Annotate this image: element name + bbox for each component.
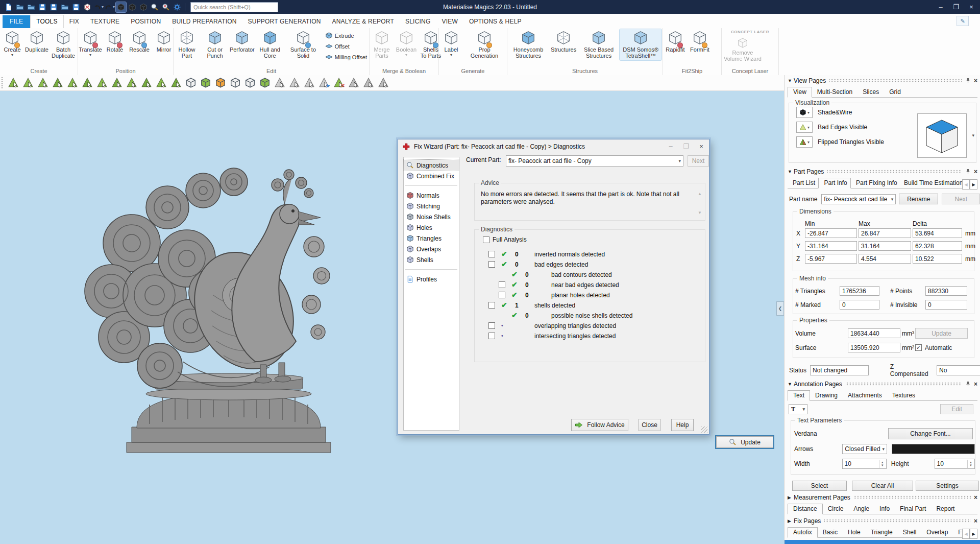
view-pages-tab[interactable]: Grid [884, 87, 906, 97]
part-pages-tab[interactable]: Part Info [818, 178, 851, 188]
scroll-up-icon[interactable]: ▲ [698, 192, 702, 196]
visualization-mode-dropdown[interactable]: ▾ [796, 122, 813, 133]
annotation-pages-tab[interactable]: Textures [887, 391, 920, 400]
tab-scroll-right-icon[interactable]: ▶ [970, 179, 977, 190]
fix-wizard-nav-item[interactable]: Triangles [404, 233, 459, 244]
hide-marked-icon[interactable] [346, 76, 361, 89]
collapse-arrow-icon[interactable]: ▼ [788, 78, 794, 83]
ribbon-button[interactable]: Mirror▾ [152, 29, 176, 54]
automatic-checkbox[interactable] [915, 344, 922, 351]
select-cube-white-icon[interactable] [228, 76, 242, 89]
ribbon-small-button[interactable]: Milling Offset [323, 52, 369, 62]
close-panel-icon[interactable]: × [974, 518, 977, 524]
menu-tab[interactable]: SLICING [400, 15, 436, 28]
fix-wizard-nav-item[interactable]: Stitching [404, 201, 459, 211]
customize-ribbon-icon[interactable]: ✎ [957, 16, 969, 26]
width-stepper[interactable]: 10▲▼ [842, 459, 887, 469]
mark-pie-icon[interactable] [154, 76, 168, 89]
dimension-min-field[interactable]: -5.967 [805, 254, 857, 264]
ribbon-button[interactable]: Label▾ [439, 29, 463, 58]
diagnostic-checkbox[interactable] [488, 333, 495, 339]
dialog-title-bar[interactable]: Fix Wizard (Part: fix- Peacock art cad f… [398, 139, 709, 154]
unmark-plane-icon[interactable] [287, 76, 302, 89]
dialog-maximize-button[interactable]: ❐ [678, 139, 694, 153]
expand-arrow-icon[interactable]: ▶ [788, 518, 794, 524]
diagnostic-checkbox[interactable] [488, 322, 495, 329]
fix-wizard-nav-item[interactable]: Profiles [404, 274, 459, 285]
scroll-down-icon[interactable]: ▼ [698, 210, 702, 215]
measurement-pages-tab[interactable]: Report [931, 504, 960, 514]
zoom-to-part-icon[interactable] [116, 2, 126, 12]
filter-marked-icon[interactable] [376, 76, 390, 89]
fix-pages-tab[interactable]: Triangle [866, 528, 898, 537]
quick-search-input[interactable] [190, 2, 278, 12]
arrow-color-swatch[interactable] [892, 444, 975, 454]
tab-scroll-left-icon[interactable]: ◀ [962, 529, 970, 539]
mark-shell-icon[interactable] [50, 76, 65, 89]
rename-button[interactable]: Rename [899, 194, 938, 204]
ribbon-button[interactable]: Prop Generation▾ [463, 29, 505, 60]
ribbon-button[interactable]: Rescale▾ [127, 29, 152, 54]
ribbon-button[interactable]: Create▾ [0, 29, 24, 58]
export-platform-icon[interactable] [71, 2, 81, 12]
change-font-button[interactable]: Change Font... [888, 428, 973, 439]
menu-tab[interactable]: FIX [64, 15, 85, 28]
redo-icon[interactable] [105, 2, 115, 12]
diagnostic-checkbox[interactable] [499, 281, 505, 288]
menu-tab[interactable]: FILE [3, 15, 30, 28]
settings-gear-icon[interactable] [172, 2, 182, 12]
close-button[interactable]: × [964, 0, 979, 14]
pin-icon[interactable] [965, 78, 971, 83]
measurement-pages-tab[interactable]: Circle [823, 504, 849, 514]
ribbon-button[interactable]: Duplicate▾ [24, 29, 49, 54]
edit-annotation-button[interactable]: Edit [940, 404, 973, 414]
measurement-pages-tab[interactable]: Distance [788, 504, 823, 514]
view-pages-tab[interactable]: Multi-Section [812, 87, 857, 97]
expand-arrow-icon[interactable]: ▶ [788, 495, 794, 500]
peacock-model[interactable] [60, 142, 377, 469]
zoom-in-icon[interactable] [150, 2, 160, 12]
ribbon-button[interactable]: Perforator▾ [230, 29, 254, 54]
ribbon-button[interactable]: Hollow Part▾ [174, 29, 200, 60]
ribbon-button[interactable]: Batch Duplicate▾ [49, 29, 78, 60]
close-panel-icon[interactable]: × [974, 494, 977, 501]
view-pages-tab[interactable]: Slices [857, 87, 884, 97]
mark-surface-icon[interactable] [35, 76, 50, 89]
ribbon-button[interactable]: Surface to Solid▾ [285, 29, 321, 60]
mark-rectangle-icon[interactable] [65, 76, 80, 89]
select-button[interactable]: Select [792, 481, 847, 491]
select-cube-shell-icon[interactable] [257, 76, 272, 89]
invert-marking-icon[interactable]: ➤ [316, 76, 331, 89]
select-cube-green-icon[interactable] [198, 76, 213, 89]
menu-tab[interactable]: TEXTURE [85, 15, 125, 28]
new-scene-icon[interactable] [4, 2, 14, 12]
mark-window-icon[interactable] [109, 76, 124, 89]
ribbon-button[interactable]: Rotate▾ [103, 29, 127, 54]
part-pages-tab[interactable]: Part Fixing Info [851, 178, 899, 188]
close-panel-icon[interactable]: × [974, 78, 977, 84]
view-pages-tab[interactable]: View [788, 87, 812, 98]
mark-fan-icon[interactable] [139, 76, 154, 89]
fix-pages-tab[interactable]: Shell [898, 528, 922, 537]
dialog-close-button[interactable]: × [694, 139, 709, 153]
save-icon[interactable] [37, 2, 47, 12]
unmark-surface-icon[interactable] [302, 76, 316, 89]
ribbon-button[interactable]: Remove Volume Wizard▾ [722, 36, 764, 63]
annotation-pages-tab[interactable]: Attachments [843, 391, 887, 400]
follow-advice-button[interactable]: Follow Advice [571, 419, 628, 431]
mark-triangle-icon[interactable] [6, 76, 20, 89]
mark-disc-icon[interactable] [168, 76, 183, 89]
dimension-delta-field[interactable]: 62.328 [913, 241, 962, 251]
minimize-button[interactable]: – [933, 0, 948, 14]
height-stepper[interactable]: 10▲▼ [935, 459, 975, 469]
dialog-minimize-button[interactable]: – [663, 139, 678, 153]
settings-button[interactable]: Settings [916, 481, 979, 491]
current-part-dropdown[interactable]: fix- Peacock art cad file - Copy [506, 155, 683, 167]
maximize-button[interactable]: ❐ [948, 0, 964, 14]
mark-brush-icon[interactable] [124, 76, 139, 89]
undo-icon[interactable] [93, 2, 104, 12]
ribbon-button[interactable]: Merge Parts▾ [370, 29, 394, 60]
dimension-max-field[interactable]: 4.554 [859, 254, 911, 264]
dimension-min-field[interactable]: -31.164 [805, 241, 857, 251]
dimension-min-field[interactable]: -26.847 [805, 228, 857, 238]
